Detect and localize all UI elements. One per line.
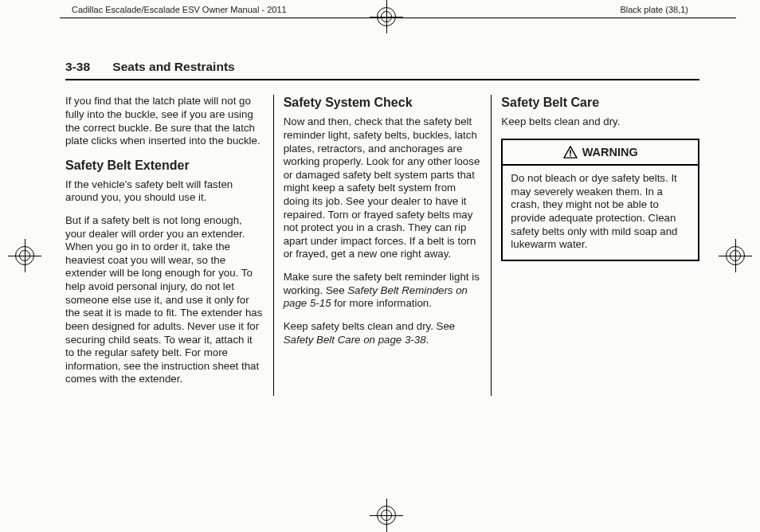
svg-rect-2 [570, 155, 571, 157]
warning-body: Do not bleach or dye safety belts. It ma… [503, 166, 698, 260]
column-2: Safety System Check Now and then, check … [273, 95, 492, 396]
registration-mark-icon [719, 239, 752, 272]
cross-reference: Safety Belt Care on page 3‑38 [284, 334, 426, 346]
registration-mark-icon [370, 499, 403, 532]
columns: If you find that the latch plate will no… [65, 95, 699, 396]
heading-safety-belt-care: Safety Belt Care [501, 95, 699, 111]
heading-safety-system-check: Safety System Check [284, 95, 482, 111]
running-head: 3-38 Seats and Restraints [65, 59, 699, 80]
registration-mark-icon [8, 239, 41, 272]
body-text: Keep belts clean and dry. [501, 115, 699, 129]
warning-header: WARNING [503, 140, 698, 166]
body-text: Make sure the safety belt reminder light… [284, 271, 482, 311]
content-frame: 3-38 Seats and Restraints If you find th… [65, 59, 699, 489]
body-text: Keep safety belts clean and dry. See Saf… [284, 320, 482, 346]
page: Cadillac Escalade/Escalade ESV Owner Man… [0, 0, 760, 532]
page-number: 3-38 [65, 59, 90, 74]
plate-label: Black plate (38,1) [620, 5, 688, 16]
column-3: Safety Belt Care Keep belts clean and dr… [491, 95, 699, 396]
warning-triangle-icon [563, 146, 578, 158]
registration-mark-icon [370, 0, 403, 33]
warning-title: WARNING [582, 145, 638, 159]
column-1: If you find that the latch plate will no… [65, 95, 273, 396]
heading-safety-belt-extender: Safety Belt Extender [65, 158, 264, 174]
body-text-span: for more information. [331, 297, 432, 309]
warning-box: WARNING Do not bleach or dye safety belt… [501, 139, 699, 261]
body-text: If the vehicle's safety belt will fasten… [65, 178, 264, 205]
body-text: If you find that the latch plate will no… [65, 95, 264, 147]
section-title: Seats and Restraints [112, 60, 234, 73]
body-text: But if a safety belt is not long enough,… [65, 214, 264, 386]
body-text: Now and then, check that the safety belt… [284, 115, 482, 261]
body-text-span: . [426, 334, 429, 346]
svg-rect-1 [570, 150, 571, 154]
body-text-span: Keep safety belts clean and dry. See [284, 320, 456, 332]
